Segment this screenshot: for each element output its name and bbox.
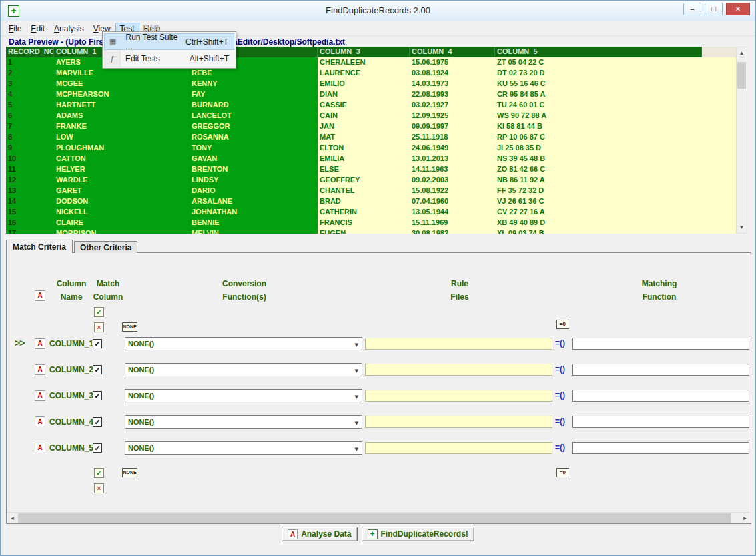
match-column-checkbox[interactable]: ✓ xyxy=(93,391,102,400)
table-cell: TU 24 60 01 C xyxy=(495,100,702,111)
hscroll-thumb[interactable] xyxy=(18,513,731,523)
match-criteria-panel: ColumnNameMatchColumnConversionFunction(… xyxy=(6,252,751,524)
scroll-up-icon[interactable]: ▲ xyxy=(737,47,747,59)
rule-file-input[interactable] xyxy=(365,338,552,350)
table-cell: EMILIO xyxy=(318,79,410,89)
matching-function-input[interactable] xyxy=(572,338,749,350)
find-duplicate-records-button[interactable]: + FindDuplicateRecords! xyxy=(362,527,474,541)
table-row[interactable]: 12WARDLELINDSYGEOFFREY09.02.2003NB 86 11… xyxy=(6,175,737,186)
matching-function-prefix: =() xyxy=(555,443,565,452)
table-cell: DT 02 73 20 D xyxy=(495,68,702,79)
table-cell: ELTON xyxy=(318,143,410,154)
close-button[interactable]: × xyxy=(726,3,750,15)
matching-function-input[interactable] xyxy=(572,442,749,454)
table-row[interactable]: 8LOWROSANNAMAT25.11.1918RP 10 06 87 C xyxy=(6,132,737,143)
column-header-column_5[interactable]: COLUMN_5 xyxy=(495,47,702,57)
table-cell: 12.09.1925 xyxy=(410,111,495,121)
tab-match-criteria[interactable]: Match Criteria xyxy=(6,240,73,253)
column-name-label: COLUMN_2 xyxy=(49,365,93,374)
menu-file[interactable]: File xyxy=(4,23,26,35)
menu-item-run-test-suite[interactable]: ▦Run Test Suite ...Ctrl+Shift+T xyxy=(104,33,234,50)
criteria-header: MatchColumn xyxy=(85,277,131,304)
matching-function-input[interactable] xyxy=(572,390,749,402)
table-cell: DIAN xyxy=(318,89,410,100)
match-column-checkbox[interactable]: ✓ xyxy=(93,443,102,453)
table-row[interactable]: 17MORRISONMELVINEUGEN30.08.1982XL 09 03 … xyxy=(6,228,737,234)
vscroll-thumb[interactable] xyxy=(737,62,746,89)
table-cell: 17 xyxy=(6,228,54,234)
column-header-record_no[interactable]: RECORD_NO xyxy=(6,47,54,57)
rule-file-input[interactable] xyxy=(365,442,552,454)
table-row[interactable]: 9PLOUGHMANTONYELTON24.06.1949JI 25 08 35… xyxy=(6,143,737,154)
all-conversion-none-button[interactable]: NONE xyxy=(122,322,137,332)
match-column-checkbox[interactable]: ✓ xyxy=(93,339,102,348)
match-column-checkbox[interactable]: ✓ xyxy=(93,365,102,374)
conversion-function-select[interactable]: NONE()▾ xyxy=(125,441,362,455)
check-all-button-bottom[interactable]: ✓ xyxy=(94,468,104,478)
table-cell: WS 90 72 88 A xyxy=(495,111,702,121)
table-cell: 15.06.1975 xyxy=(410,57,495,68)
horizontal-scrollbar[interactable]: ◄ ► xyxy=(7,512,751,523)
table-cell: 3 xyxy=(6,79,54,89)
scroll-left-icon[interactable]: ◄ xyxy=(7,513,18,524)
scroll-right-icon[interactable]: ► xyxy=(739,513,751,524)
current-row-marker: >> xyxy=(15,338,24,348)
column-header-column_3[interactable]: COLUMN_3 xyxy=(318,47,410,57)
table-row[interactable]: 16CLAIREBENNIEFRANCIS15.11.1969XB 49 40 … xyxy=(6,218,737,228)
table-vertical-scrollbar[interactable]: ▲ ▼ xyxy=(736,47,747,234)
column-icon: A xyxy=(35,443,45,453)
all-matching-button[interactable]: =0 xyxy=(556,320,569,329)
tab-other-criteria[interactable]: Other Criteria xyxy=(74,241,137,253)
menu-edit[interactable]: Edit xyxy=(26,23,49,35)
uncheck-all-button-bottom[interactable]: × xyxy=(94,483,104,493)
table-cell: MAT xyxy=(318,132,410,143)
menu-analysis[interactable]: Analysis xyxy=(49,23,89,35)
table-cell: LOW xyxy=(54,132,190,143)
match-column-checkbox[interactable]: ✓ xyxy=(93,417,102,427)
column-icon: A xyxy=(35,338,45,349)
uncheck-all-button[interactable]: × xyxy=(94,322,104,332)
table-row[interactable]: 13GARETDARIOCHANTEL15.08.1922FF 35 72 32… xyxy=(6,186,737,196)
matching-function-input[interactable] xyxy=(572,364,749,376)
table-cell-filler xyxy=(702,218,737,228)
check-all-button[interactable]: ✓ xyxy=(94,307,104,317)
table-row[interactable]: 5HARTNETTBURNARDCASSIE03.02.1927TU 24 60… xyxy=(6,100,737,111)
table-cell: TONY xyxy=(190,143,318,154)
criteria-row: >>ACOLUMN_1✓NONE()▾=() xyxy=(7,337,751,351)
table-cell: 24.06.1949 xyxy=(410,143,495,154)
column-header-column_4[interactable]: COLUMN_4 xyxy=(410,47,495,57)
table-cell-filler xyxy=(702,111,737,121)
conversion-function-select[interactable]: NONE()▾ xyxy=(125,337,362,350)
all-matching-button-bottom[interactable]: =0 xyxy=(556,468,569,477)
table-row[interactable]: 10CATTONGAVANEMILIA13.01.2013NS 39 45 48… xyxy=(6,154,737,164)
table-row[interactable]: 15NICKELLJOHNATHANCATHERIN13.05.1944CV 2… xyxy=(6,207,737,218)
rule-file-input[interactable] xyxy=(365,416,552,428)
analyse-data-button[interactable]: A Analyse Data xyxy=(282,527,357,541)
conversion-function-select[interactable]: NONE()▾ xyxy=(125,389,362,402)
minimize-button[interactable]: – xyxy=(683,3,701,15)
table-row[interactable]: 7FRANKEGREGGORJAN09.09.1997KI 58 81 44 B xyxy=(6,121,737,132)
chevron-down-icon: ▾ xyxy=(354,416,358,429)
table-row[interactable]: 4MCPHEARSONFAYDIAN22.08.1993CR 95 84 85 … xyxy=(6,89,737,100)
table-row[interactable]: 2MARVILLEREBELAURENCE03.08.1924DT 02 73 … xyxy=(6,68,737,79)
table-cell: 15.08.1922 xyxy=(410,186,495,196)
analyse-label: Analyse Data xyxy=(301,529,351,539)
analyse-icon: A xyxy=(288,529,298,539)
table-cell: RP 10 06 87 C xyxy=(495,132,702,143)
table-row[interactable]: 14DODSONARSALANEBRAD07.04.1960VJ 26 61 3… xyxy=(6,196,737,207)
rule-file-input[interactable] xyxy=(365,364,552,376)
scroll-down-icon[interactable]: ▼ xyxy=(737,222,747,233)
footer-buttons: A Analyse Data + FindDuplicateRecords! xyxy=(1,527,755,541)
titlebar: + FindDuplicateRecords 2.00 – □ × xyxy=(1,1,755,21)
rule-file-input[interactable] xyxy=(365,390,552,402)
conversion-function-select[interactable]: NONE()▾ xyxy=(125,363,362,376)
chevron-down-icon: ▾ xyxy=(354,338,358,350)
table-row[interactable]: 3MCGEEKENNYEMILIO14.03.1973KU 55 16 46 C xyxy=(6,79,737,89)
conversion-function-select[interactable]: NONE()▾ xyxy=(125,415,362,429)
table-row[interactable]: 6ADAMSLANCELOTCAIN12.09.1925WS 90 72 88 … xyxy=(6,111,737,121)
matching-function-input[interactable] xyxy=(572,416,749,428)
menu-item-edit-tests[interactable]: ƒEdit TestsAlt+Shift+T xyxy=(104,50,234,67)
all-conversion-none-button-bottom[interactable]: NONE xyxy=(122,468,137,477)
table-row[interactable]: 11HELYERBRENTONELSE14.11.1963ZO 81 42 66… xyxy=(6,164,737,175)
maximize-button[interactable]: □ xyxy=(705,3,723,15)
